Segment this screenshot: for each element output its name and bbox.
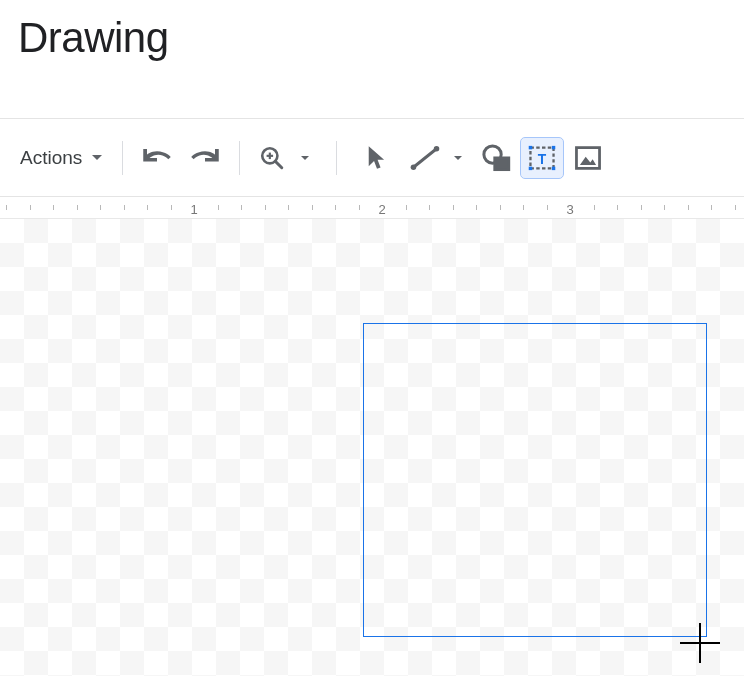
separator [336, 141, 337, 175]
zoom-in-icon [259, 145, 285, 171]
svg-line-4 [414, 148, 437, 166]
actions-menu[interactable]: Actions [10, 138, 112, 178]
svg-marker-18 [580, 156, 596, 164]
undo-icon [142, 146, 172, 170]
zoom-button[interactable] [250, 138, 294, 178]
shape-tool[interactable] [475, 138, 517, 178]
svg-line-1 [276, 161, 283, 168]
actions-label: Actions [20, 147, 86, 169]
page-title: Drawing [18, 14, 169, 62]
text-box-icon: T [527, 144, 557, 172]
ruler-label: 1 [190, 202, 197, 217]
horizontal-ruler: 123 [0, 197, 744, 219]
image-tool[interactable] [567, 138, 609, 178]
redo-button[interactable] [181, 138, 229, 178]
chevron-down-icon [301, 156, 309, 160]
title-bar: Drawing [0, 0, 744, 118]
ruler-label: 2 [378, 202, 385, 217]
line-icon [410, 145, 440, 171]
text-box-tool[interactable]: T [521, 138, 563, 178]
toolbar: Actions [0, 119, 744, 197]
svg-rect-17 [577, 147, 600, 168]
undo-button[interactable] [133, 138, 181, 178]
chevron-down-icon [454, 156, 462, 160]
svg-rect-12 [529, 145, 532, 148]
separator [239, 141, 240, 175]
redo-icon [190, 146, 220, 170]
drawing-canvas[interactable] [0, 219, 744, 676]
ruler-label: 3 [566, 202, 573, 217]
line-dropdown[interactable] [447, 138, 469, 178]
svg-point-5 [411, 164, 417, 170]
svg-rect-15 [552, 166, 555, 169]
svg-rect-13 [552, 145, 555, 148]
textbox-drag-rect[interactable] [363, 323, 707, 637]
chevron-down-icon [92, 155, 102, 160]
select-tool[interactable] [357, 138, 397, 178]
separator [122, 141, 123, 175]
svg-text:T: T [538, 150, 547, 166]
svg-point-6 [434, 146, 440, 152]
zoom-dropdown[interactable] [294, 138, 316, 178]
image-icon [573, 144, 603, 172]
cursor-icon [365, 145, 389, 171]
shapes-icon [481, 144, 511, 172]
line-tool[interactable] [403, 138, 447, 178]
svg-rect-14 [529, 166, 532, 169]
